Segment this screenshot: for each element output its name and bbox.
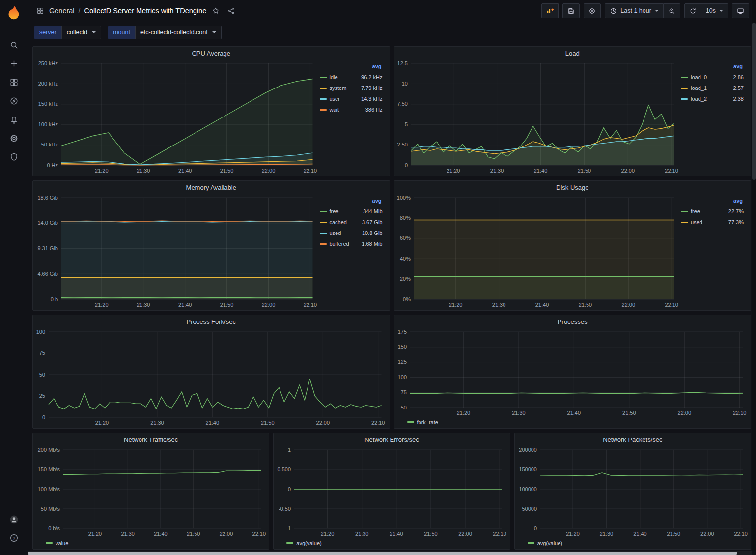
share-button[interactable] bbox=[225, 4, 238, 17]
chart-plot[interactable]: 0%20%40%60%80%100%21:2021:3021:4021:5022… bbox=[396, 194, 679, 309]
svg-text:0: 0 bbox=[42, 414, 45, 420]
legend-item-wait[interactable]: wait386 Hz bbox=[320, 107, 383, 113]
panel-memory-available: Memory Available0 b4.66 Gib9.31 Gib14.0 … bbox=[32, 180, 390, 311]
svg-text:250 kHz: 250 kHz bbox=[38, 60, 58, 66]
legend-series-value: 96.2 kHz bbox=[361, 74, 382, 80]
legend-item-load-2[interactable]: load_22.38 bbox=[681, 96, 744, 102]
panel-title[interactable]: CPU Average bbox=[33, 47, 390, 59]
legend-item-used[interactable]: used10.8 Gib bbox=[320, 230, 383, 236]
svg-text:150: 150 bbox=[397, 344, 406, 350]
svg-text:21:30: 21:30 bbox=[490, 168, 504, 174]
legend-item-avg-value[interactable]: avg(value) bbox=[528, 540, 562, 546]
cycle-view-button[interactable] bbox=[732, 3, 749, 18]
search-icon bbox=[9, 40, 19, 50]
chart-plot[interactable]: 0 Hz50 kHz100 kHz150 kHz200 kHz250 kHz21… bbox=[35, 59, 318, 175]
sidebar-item-configuration[interactable] bbox=[3, 129, 24, 147]
svg-text:0.500: 0.500 bbox=[278, 467, 291, 472]
panel-title[interactable]: Network Traffic/sec bbox=[33, 433, 269, 446]
panel-legend: avgfree22.7%used77.3% bbox=[679, 194, 748, 309]
svg-text:12.5: 12.5 bbox=[397, 60, 407, 66]
svg-text:100 Mb/s: 100 Mb/s bbox=[38, 486, 60, 492]
refresh-interval-picker[interactable]: 10s bbox=[701, 3, 728, 18]
legend-item-system[interactable]: system7.79 kHz bbox=[320, 85, 383, 91]
panel-title[interactable]: Process Fork/sec bbox=[33, 315, 390, 328]
time-range-picker[interactable]: Last 1 hour bbox=[605, 3, 664, 18]
panel-processes: Processes507510012515017521:2021:3021:40… bbox=[394, 315, 752, 429]
variable-value-server[interactable]: collectd bbox=[61, 26, 101, 39]
sidebar-item-alerting[interactable] bbox=[3, 110, 24, 129]
svg-text:150 Mb/s: 150 Mb/s bbox=[38, 467, 60, 472]
legend-item-user[interactable]: user14.3 kHz bbox=[320, 96, 383, 102]
chart-plot[interactable]: 0 b4.66 Gib9.31 Gib14.0 Gib18.6 Gib21:20… bbox=[35, 194, 318, 309]
legend-series-value: 1.68 Mib bbox=[362, 241, 382, 247]
refresh-button[interactable] bbox=[684, 3, 701, 18]
zoom-out-button[interactable] bbox=[664, 3, 680, 18]
legend-item-cached[interactable]: cached3.67 Gib bbox=[320, 219, 383, 225]
svg-text:75: 75 bbox=[400, 389, 406, 395]
svg-text:22:10: 22:10 bbox=[665, 168, 678, 174]
sidebar-item-help[interactable]: ? bbox=[3, 528, 24, 547]
save-icon bbox=[567, 7, 575, 15]
legend-series-name: system bbox=[330, 85, 347, 91]
panel-title[interactable]: Network Packets/sec bbox=[515, 433, 751, 446]
svg-text:21:50: 21:50 bbox=[424, 531, 438, 537]
svg-text:50: 50 bbox=[400, 405, 406, 410]
legend-item-load-1[interactable]: load_12.57 bbox=[681, 85, 744, 91]
save-dashboard-button[interactable] bbox=[562, 3, 580, 18]
chart-plot[interactable]: 02.5057.501012.521:2021:3021:4021:5022:0… bbox=[396, 59, 679, 175]
vertical-scrollbar-thumb[interactable] bbox=[752, 23, 756, 180]
dashboard-settings-button[interactable] bbox=[584, 3, 601, 18]
chart-plot-area: 05000010000015000020000021:2021:3021:402… bbox=[517, 446, 748, 538]
add-panel-button[interactable] bbox=[541, 3, 559, 18]
chart-plot[interactable]: -1-0.5000.500121:2021:3021:4021:5022:002… bbox=[276, 446, 506, 538]
sidebar-item-dashboards[interactable] bbox=[3, 73, 24, 91]
chart-plot[interactable]: 507510012515017521:2021:3021:4021:5022:0… bbox=[396, 328, 748, 417]
panel-title[interactable]: Load bbox=[394, 47, 751, 59]
legend-item-avg-value[interactable]: avg(value) bbox=[286, 540, 321, 546]
legend-series-value: 3.67 Gib bbox=[362, 219, 383, 225]
series-color-dash bbox=[46, 542, 53, 544]
vertical-scrollbar[interactable] bbox=[752, 0, 756, 551]
sidebar-item-explore[interactable] bbox=[3, 91, 24, 110]
panel-title[interactable]: Network Errors/sec bbox=[274, 433, 509, 446]
legend-item-used[interactable]: used77.3% bbox=[681, 219, 744, 225]
sidebar-item-search[interactable] bbox=[3, 35, 24, 54]
star-button[interactable] bbox=[209, 4, 222, 17]
horizontal-scrollbar-thumb[interactable] bbox=[28, 552, 737, 555]
panel-legend: fork_rate bbox=[394, 418, 751, 428]
star-icon bbox=[212, 7, 220, 15]
svg-text:1: 1 bbox=[288, 447, 291, 453]
legend-series-name: load_1 bbox=[691, 85, 707, 91]
legend-item-free[interactable]: free344 Mib bbox=[320, 208, 383, 214]
variable-mount: mount etc-collectd-collectd.conf bbox=[108, 26, 222, 39]
svg-text:200 Mb/s: 200 Mb/s bbox=[38, 447, 60, 453]
legend-item-idle[interactable]: idle96.2 kHz bbox=[320, 74, 383, 80]
panel-legend: avgload_02.86load_12.57load_22.38 bbox=[679, 59, 748, 175]
chart-plot[interactable]: 05000010000015000020000021:2021:3021:402… bbox=[517, 446, 748, 538]
legend-item-buffered[interactable]: buffered1.68 Mib bbox=[320, 241, 383, 247]
legend-item-free[interactable]: free22.7% bbox=[681, 208, 744, 214]
sidebar-item-create[interactable] bbox=[3, 54, 24, 73]
breadcrumb-section[interactable]: General bbox=[49, 7, 75, 15]
legend-item-value[interactable]: value bbox=[46, 540, 68, 546]
horizontal-scrollbar[interactable] bbox=[28, 551, 752, 555]
sidebar-item-admin[interactable] bbox=[3, 147, 24, 166]
legend-item-fork-rate[interactable]: fork_rate bbox=[407, 419, 438, 425]
svg-text:21:40: 21:40 bbox=[633, 531, 647, 537]
chart-plot[interactable]: 025507510021:2021:3021:4021:5022:0022:10 bbox=[35, 328, 387, 427]
legend-series-value: 2.86 bbox=[733, 74, 744, 80]
panel-title[interactable]: Memory Available bbox=[33, 181, 390, 194]
panel-body: 0 b4.66 Gib9.31 Gib14.0 Gib18.6 Gib21:20… bbox=[33, 194, 390, 310]
panel-network-packets-sec: Network Packets/sec050000100000150000200… bbox=[514, 433, 751, 550]
legend-item-load-0[interactable]: load_02.86 bbox=[681, 74, 744, 80]
variable-value-mount[interactable]: etc-collectd-collectd.conf bbox=[135, 26, 222, 39]
explore-compass-icon bbox=[9, 96, 19, 106]
user-avatar[interactable] bbox=[3, 510, 24, 528]
grafana-logo[interactable] bbox=[6, 5, 22, 21]
chart-plot[interactable]: 0 b/s50 Mb/s100 Mb/s150 Mb/s200 Mb/s21:2… bbox=[35, 446, 266, 538]
panel-title[interactable]: Disk Usage bbox=[394, 181, 751, 194]
panel-title[interactable]: Processes bbox=[394, 315, 751, 328]
breadcrumb-dashboard-title[interactable]: CollectD Server Metrics with TDengine bbox=[84, 7, 206, 15]
legend-series-name: avg(value) bbox=[296, 540, 321, 546]
legend-series-value: 22.7% bbox=[728, 208, 744, 214]
